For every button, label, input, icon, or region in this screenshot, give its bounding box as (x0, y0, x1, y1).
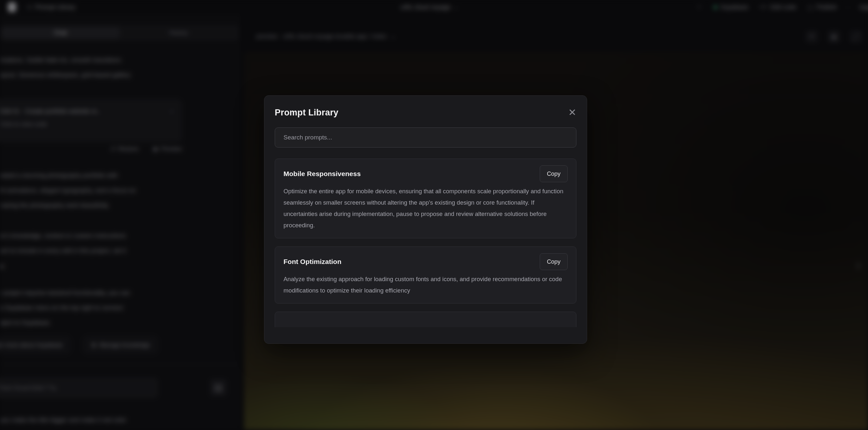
prompt-list: Mobile Responsiveness Copy Optimize the … (275, 159, 577, 327)
prompt-card-font-optimization: Font Optimization Copy Analyze the exist… (275, 246, 577, 304)
search-input[interactable] (275, 127, 577, 148)
prompt-body: Analyze the existing approach for loadin… (283, 273, 568, 296)
copy-button[interactable]: Copy (540, 165, 568, 182)
dialog-header: Prompt Library ✕ (275, 105, 577, 120)
prompt-title: Font Optimization (283, 258, 341, 266)
prompt-body: Optimize the entire app for mobile devic… (283, 185, 568, 231)
prompt-card-clipped (275, 312, 577, 327)
prompt-library-dialog: Prompt Library ✕ Mobile Responsiveness C… (264, 95, 587, 344)
screen: ☷ Prompt Library urftc cloud voyage ⌄ ☾ … (0, 0, 868, 430)
copy-button[interactable]: Copy (540, 253, 568, 270)
close-icon[interactable]: ✕ (568, 108, 577, 117)
prompt-card-mobile-responsiveness: Mobile Responsiveness Copy Optimize the … (275, 159, 577, 238)
prompt-title: Mobile Responsiveness (283, 170, 361, 178)
dialog-title: Prompt Library (275, 108, 338, 118)
